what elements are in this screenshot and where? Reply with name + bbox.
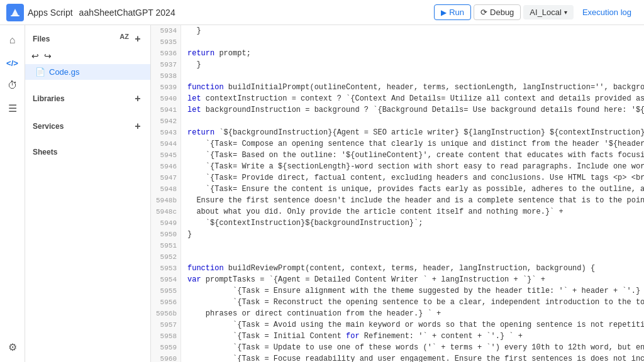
run-button[interactable]: ▶ Run xyxy=(434,4,471,20)
run-label: Run xyxy=(449,8,464,17)
files-label: Files xyxy=(33,35,50,43)
layers-icon: ☰ xyxy=(8,102,17,114)
code-line: } xyxy=(187,25,638,36)
code-icon: </> xyxy=(6,58,18,68)
code-line: `{Task= Based on the outline: '${outline… xyxy=(187,150,638,161)
add-service-btn[interactable]: + xyxy=(131,120,144,133)
code-line: `{Task = Update to use one of these word… xyxy=(187,342,638,353)
chevron-down-icon: ▾ xyxy=(564,9,567,16)
code-line: Ensure the first sentence doesn't includ… xyxy=(187,195,638,206)
redo-icon: ↪ xyxy=(44,51,52,61)
sidebar: Files AZ + ↩ ↪ 📄 Code.gs Libraries + xyxy=(25,25,151,362)
code-line: `{Task= Ensure the content is unique, pr… xyxy=(187,184,638,195)
line-number: 5942 xyxy=(151,116,180,127)
code-line: `{Task= Write a ${sectionLength}-word se… xyxy=(187,161,638,172)
code-line xyxy=(187,251,638,263)
line-number: 5951 xyxy=(151,240,180,251)
line-number: 5952 xyxy=(151,251,180,263)
app-name: Apps Script xyxy=(28,8,73,18)
code-line: `${contextInstruction}${backgroundInstru… xyxy=(187,217,638,229)
line-number: 5940 xyxy=(151,93,180,104)
libraries-header[interactable]: Libraries + xyxy=(25,90,150,107)
line-number: 5954 xyxy=(151,274,180,285)
settings-icon: ⚙ xyxy=(8,341,17,353)
code-line: return prompt; xyxy=(187,48,638,59)
sheets-header[interactable]: Sheets xyxy=(25,145,150,159)
code-line: `{Task = Reconstruct the opening sentenc… xyxy=(187,297,638,308)
clock-icon-btn[interactable]: ⏱ xyxy=(3,75,23,96)
code-line: `{Task= Provide direct, factual content,… xyxy=(187,172,638,184)
topbar: Apps Script aahSheetChatGPT 2024 ▶ Run ⟳… xyxy=(0,0,644,25)
line-number: 5948b xyxy=(151,195,180,206)
execution-log-button[interactable]: Execution log xyxy=(576,5,638,19)
undo-icon: ↩ xyxy=(31,51,39,61)
services-section: Services + xyxy=(25,112,150,140)
sort-icon[interactable]: AZ xyxy=(119,33,129,45)
code-line: `{Task = Avoid using the main keyword or… xyxy=(187,319,638,331)
libraries-section: Libraries + xyxy=(25,85,150,112)
debug-button[interactable]: ⟳ Debug xyxy=(474,4,521,20)
line-number: 5934 xyxy=(151,25,180,36)
layers-icon-btn[interactable]: ☰ xyxy=(3,98,23,118)
icon-bar: ⌂ </> ⏱ ☰ ⚙ xyxy=(0,25,25,362)
line-number: 5946 xyxy=(151,161,180,172)
code-line: function buildReviewPrompt(content, cont… xyxy=(187,263,638,274)
line-number: 5945 xyxy=(151,150,180,161)
line-number: 5947 xyxy=(151,172,180,184)
line-number: 5956b xyxy=(151,308,180,319)
settings-icon-btn[interactable]: ⚙ xyxy=(3,337,23,357)
line-number: 5935 xyxy=(151,36,180,48)
line-number: 5936 xyxy=(151,48,180,59)
add-file-btn[interactable]: + xyxy=(131,33,144,45)
code-line xyxy=(187,116,638,127)
home-icon: ⌂ xyxy=(9,35,16,46)
code-line: `{Task = Initial Content for Refinement:… xyxy=(187,331,638,342)
toolbar: ▶ Run ⟳ Debug AI_Local ▾ Execution log xyxy=(434,4,638,20)
add-library-btn[interactable]: + xyxy=(131,92,144,105)
sheets-label: Sheets xyxy=(33,148,57,156)
line-number: 5960 xyxy=(151,353,180,362)
code-line: let contextInstruction = context ? `{Con… xyxy=(187,93,638,104)
svg-rect-2 xyxy=(11,15,19,16)
code-icon-btn[interactable]: </> xyxy=(3,53,23,73)
code-editor[interactable]: 5934593559365937593859395940594159425943… xyxy=(151,25,644,362)
debug-label: Debug xyxy=(490,8,514,17)
main-area: ⌂ </> ⏱ ☰ ⚙ Files AZ + ↩ ↪ xyxy=(0,25,644,362)
code-line xyxy=(187,70,638,82)
logo-area: Apps Script xyxy=(6,4,73,21)
line-number: 5941 xyxy=(151,104,180,116)
code-line: `{Task = Focuse readability and user eng… xyxy=(187,353,638,362)
line-number: 5948 xyxy=(151,184,180,195)
code-line: about what you did. Only provide the art… xyxy=(187,206,638,217)
line-number: 5957 xyxy=(151,319,180,331)
line-number: 5943 xyxy=(151,127,180,138)
code-line: `{Task = Ensure alignment with the theme… xyxy=(187,285,638,297)
editor-area: 5934593559365937593859395940594159425943… xyxy=(151,25,644,362)
apps-script-logo xyxy=(6,4,24,21)
line-number: 5956 xyxy=(151,297,180,308)
code-line xyxy=(187,36,638,48)
line-number: 5949 xyxy=(151,217,180,229)
code-line: function buildInitialPrompt(outlineConte… xyxy=(187,82,638,93)
code-line: `{Task= Compose an opening sentence that… xyxy=(187,138,638,150)
home-icon-btn[interactable]: ⌂ xyxy=(3,30,23,50)
services-header[interactable]: Services + xyxy=(25,118,150,135)
ai-local-button[interactable]: AI_Local ▾ xyxy=(523,5,574,19)
code-lines[interactable]: } return prompt; } function buildInitial… xyxy=(181,25,644,362)
files-section: Files AZ + ↩ ↪ 📄 Code.gs xyxy=(25,25,150,85)
line-numbers: 5934593559365937593859395940594159425943… xyxy=(151,25,181,362)
code-line: let backgroundInstruction = background ?… xyxy=(187,104,638,116)
sidebar-item-code-gs[interactable]: 📄 Code.gs xyxy=(25,64,150,80)
files-header[interactable]: Files AZ + xyxy=(25,30,150,48)
line-number: 5939 xyxy=(151,82,180,93)
line-number: 5958 xyxy=(151,331,180,342)
services-label: Services xyxy=(33,122,64,131)
sidebar-undo[interactable]: ↩ ↪ xyxy=(25,48,150,64)
line-number: 5953 xyxy=(151,263,180,274)
sheets-section: Sheets xyxy=(25,140,150,164)
libraries-label: Libraries xyxy=(33,94,65,103)
exec-log-label: Execution log xyxy=(582,8,631,17)
project-name: aahSheetChatGPT 2024 xyxy=(79,8,175,18)
code-line: var promptTasks = `{Agent = Detailed Con… xyxy=(187,274,638,285)
line-number: 5950 xyxy=(151,229,180,240)
